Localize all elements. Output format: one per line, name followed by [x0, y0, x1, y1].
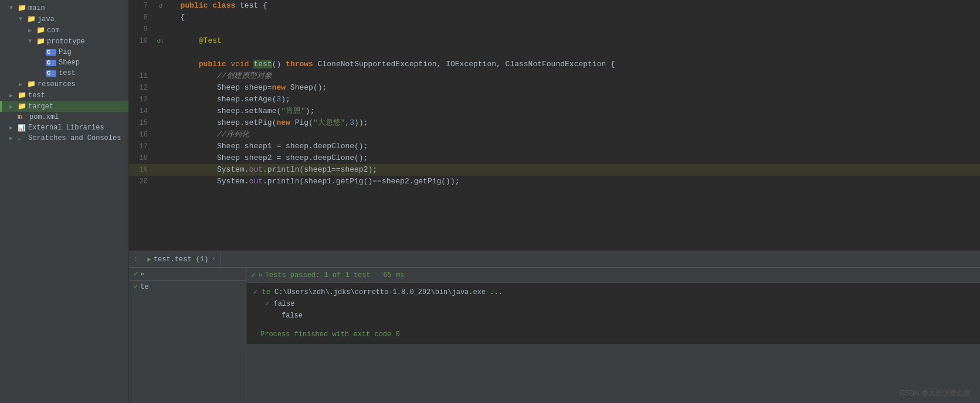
- sidebar-item-scratches[interactable]: ▶ ✏ Scratches and Consoles: [0, 133, 128, 144]
- line-num-20: 20: [129, 176, 152, 187]
- line-num-18: 18: [129, 152, 152, 164]
- folder-target-icon: 📁: [18, 102, 28, 111]
- gutter-10: ↺↓: [152, 35, 169, 59]
- code-line-14: 14 sheep.setName("肖恩");: [129, 105, 980, 117]
- line-code-13: sheep.setAge(3);: [169, 94, 980, 105]
- code-line-10: 10 ↺↓ @Test: [129, 35, 980, 59]
- sidebar-label-test-class: test: [59, 69, 128, 77]
- project-sidebar: ▼ 📁 main ▼ 📁 java ▶ 📁 com ▼ 📁: [0, 0, 129, 403]
- line-num-17: 17: [129, 141, 152, 152]
- line-num-11: 11: [129, 70, 152, 82]
- line-code-10: @Test: [169, 35, 980, 59]
- line-num-13: 13: [129, 94, 152, 105]
- sidebar-item-prototype[interactable]: ▼ 📁 prototype: [0, 36, 128, 47]
- code-line-13: 13 sheep.setAge(3);: [129, 94, 980, 105]
- watermark: CSDN @大忽悠爱忽悠: [899, 388, 971, 398]
- sidebar-item-java[interactable]: ▼ 📁 java: [0, 13, 128, 25]
- code-line-9: 9: [129, 23, 980, 35]
- sidebar-item-pom[interactable]: m pom.xml: [0, 112, 128, 122]
- result-header-item[interactable]: ✓ »: [129, 268, 246, 281]
- sidebar-item-pig[interactable]: C Pig: [0, 47, 128, 57]
- sidebar-item-com[interactable]: ▶ 📁 com: [0, 25, 128, 36]
- line-num-8: 8: [129, 12, 152, 23]
- arrow-java: ▼: [19, 16, 27, 22]
- sidebar-item-test-class[interactable]: C test: [0, 68, 128, 78]
- code-line-18: 18 Sheep sheep2 = sheep.deepClone();: [129, 152, 980, 164]
- ext-libs-icon: 📊: [18, 124, 28, 132]
- gutter-18: [152, 152, 169, 164]
- debug-icon-10[interactable]: ↓: [161, 38, 164, 45]
- gutter-20: [152, 176, 169, 187]
- gutter-8: [152, 12, 169, 23]
- arrow-prototype: ▼: [28, 38, 36, 45]
- arrow-test-dir: ▶: [9, 92, 18, 99]
- java-sheep-icon: C: [46, 60, 56, 66]
- sidebar-label-com: com: [47, 26, 128, 35]
- sidebar-label-test-dir: test: [28, 91, 128, 100]
- tab-close-btn[interactable]: ×: [212, 256, 215, 262]
- gutter-12: [152, 82, 169, 94]
- sidebar-label-target: target: [28, 103, 128, 111]
- line-num-16: 16: [129, 129, 152, 141]
- line-code-8: {: [169, 12, 980, 23]
- sidebar-item-main[interactable]: ▼ 📁 main: [0, 2, 128, 13]
- gutter-9: [152, 23, 169, 35]
- line-code-18: Sheep sheep2 = sheep.deepClone();: [169, 152, 980, 164]
- folder-prototype-icon: 📁: [36, 37, 47, 46]
- line-num-12: 12: [129, 82, 152, 94]
- gutter-14: [152, 105, 169, 117]
- panel-collapse-btn[interactable]: :: [134, 255, 138, 264]
- java-test-icon: C: [46, 70, 56, 77]
- header-check-icon: ✓: [251, 270, 256, 280]
- code-line-12: 12 Sheep sheep=new Sheep();: [129, 82, 980, 94]
- pom-icon: m: [18, 113, 28, 121]
- gutter-15: [152, 117, 169, 129]
- code-line-7: 7 ↺ public class test {: [129, 0, 980, 12]
- line-num-19: 19: [129, 164, 152, 176]
- line-code-15: sheep.setPig(new Pig("大忽悠",3));: [169, 117, 980, 129]
- result-item-label: te: [140, 283, 148, 291]
- folder-resources-icon: 📁: [27, 80, 38, 88]
- line-code-20: System.out.println(sheep1.getPig()==shee…: [169, 176, 980, 187]
- sidebar-label-ext-libs: External Libraries: [28, 124, 128, 132]
- line-num-10b: [129, 59, 152, 70]
- line-num-9: 9: [129, 23, 152, 35]
- code-table: 7 ↺ public class test { 8 { 9: [129, 0, 980, 187]
- line-num-14: 14: [129, 105, 152, 117]
- sidebar-label-resources: resources: [38, 80, 128, 88]
- editor-area: 7 ↺ public class test { 8 { 9: [129, 0, 980, 403]
- result-test-item[interactable]: ✓ te: [129, 281, 246, 293]
- bottom-tabs-bar: : ▶ test.test (1) ×: [129, 251, 980, 268]
- sidebar-item-test-dir[interactable]: ▶ 📁 test: [0, 90, 128, 101]
- code-editor[interactable]: 7 ↺ public class test { 8 { 9: [129, 0, 980, 251]
- sidebar-item-target[interactable]: ▶ 📁 target: [0, 101, 128, 112]
- java-pig-icon: C: [46, 49, 56, 56]
- test-result-list: ✓ » ✓ te: [129, 268, 246, 403]
- java-cmd-line: ✓ te C:\Users\zdh\.jdks\corretto-1.8.0_2…: [253, 286, 973, 298]
- sidebar-item-ext-libs[interactable]: ▶ 📊 External Libraries: [0, 122, 128, 133]
- main-area: ▼ 📁 main ▼ 📁 java ▶ 📁 com ▼ 📁: [0, 0, 980, 403]
- line-code-16: //序列化: [169, 129, 980, 141]
- folder-java-icon: 📁: [27, 15, 38, 23]
- run-icon-7[interactable]: ↺: [159, 2, 163, 9]
- gutter-7: ↺: [152, 0, 169, 12]
- line-num-7: 7: [129, 0, 152, 12]
- result-item-check-icon: ✓: [134, 282, 138, 291]
- arrow-com: ▶: [28, 27, 36, 34]
- sidebar-label-pig: Pig: [59, 48, 128, 56]
- sidebar-label-prototype: prototype: [47, 37, 128, 46]
- line-code-19: System.out.println(sheep1==sheep2);: [169, 164, 980, 176]
- arrow-resources: ▶: [19, 81, 27, 88]
- line-num-15: 15: [129, 117, 152, 129]
- java-cmd-check: ✓ te: [253, 288, 270, 296]
- gutter-10b: [152, 59, 169, 70]
- bottom-panel: : ▶ test.test (1) × ✓ » ✓: [129, 251, 980, 403]
- arrow-target: ▶: [9, 103, 18, 110]
- sidebar-item-resources[interactable]: ▶ 📁 resources: [0, 78, 128, 90]
- code-line-16: 16 //序列化: [129, 129, 980, 141]
- sidebar-label-scratches: Scratches and Consoles: [28, 134, 128, 142]
- test-pass-label: Tests passed: 1 of 1 test – 65 ms: [265, 271, 405, 279]
- test-result-tab[interactable]: ▶ test.test (1) ×: [143, 251, 221, 267]
- line-code-9: [169, 23, 980, 35]
- sidebar-item-sheep[interactable]: C Sheep: [0, 57, 128, 68]
